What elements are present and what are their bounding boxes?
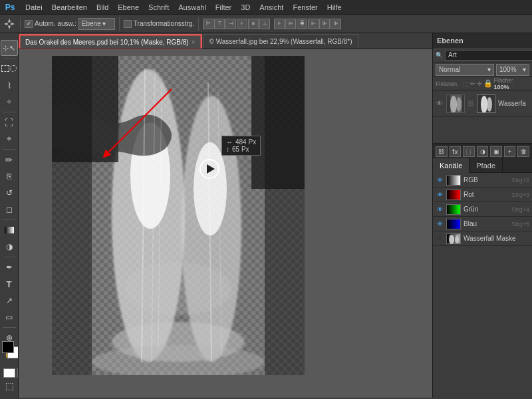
- link-layers-btn[interactable]: ⛓: [436, 146, 448, 157]
- path-select-btn[interactable]: ↗: [1, 293, 17, 309]
- fg-color-swatch[interactable]: [2, 341, 14, 353]
- new-layer-btn[interactable]: +: [504, 146, 516, 157]
- delete-layer-btn[interactable]: 🗑: [517, 146, 529, 157]
- dist-v-btn[interactable]: ⊨: [285, 19, 296, 29]
- dist-4-btn[interactable]: ⊩: [308, 19, 319, 29]
- menu-hilfe[interactable]: Hilfe: [323, 2, 346, 13]
- channel-gruen[interactable]: 👁 Grün Strg+4: [433, 202, 532, 217]
- color-swatches: [2, 341, 19, 361]
- align-center-h-btn[interactable]: ⊤: [214, 19, 225, 29]
- layer-visibility-icon[interactable]: 👁: [436, 100, 444, 107]
- svg-point-23: [456, 97, 462, 112]
- active-tab-label: Das Orakel des Meeres.psd bei 10,1% (Mas…: [25, 39, 189, 46]
- active-tab-close[interactable]: ×: [192, 39, 196, 46]
- dist-3-btn[interactable]: ≣: [297, 19, 307, 29]
- tab-inactive[interactable]: © Wasserfall.jpg bei 22,9% (Wasserfall, …: [203, 34, 358, 49]
- transform-checkbox[interactable]: [124, 20, 132, 28]
- align-top-btn[interactable]: ⊦: [237, 19, 247, 29]
- align-icons: ⊢ ⊤ ⊣ ⊦ ≡ ⊥ ⊧ ⊨ ≣ ⊩ ⊪ ⊫: [203, 19, 341, 29]
- menu-datei[interactable]: Datei: [21, 2, 47, 13]
- normal-mode-btn[interactable]: [3, 368, 15, 378]
- channel-rgb-eye[interactable]: 👁: [436, 177, 444, 184]
- align-center-v-btn[interactable]: ≡: [248, 19, 259, 29]
- eyedropper-btn[interactable]: ⌖: [1, 131, 17, 147]
- blend-mode-row: Normal ▾ 100% ▾: [433, 63, 532, 77]
- dist-6-btn[interactable]: ⊫: [331, 19, 341, 29]
- layers-bottom-bar: ⛓ fx ⬚ ◑ ▣ + 🗑: [433, 144, 532, 158]
- menu-auswahl[interactable]: Auswahl: [174, 2, 210, 13]
- dist-5-btn[interactable]: ⊪: [319, 19, 330, 29]
- svg-point-27: [481, 96, 487, 113]
- pen-btn[interactable]: ✒: [1, 259, 17, 275]
- lock-label: Fixieren:: [436, 80, 459, 87]
- stamp-btn[interactable]: ⎘: [1, 168, 17, 184]
- layers-search-input[interactable]: [445, 50, 532, 61]
- channel-rgb-shortcut: Strg+2: [511, 177, 529, 184]
- blend-mode-dropdown[interactable]: Normal ▾: [436, 64, 494, 76]
- add-mask-btn[interactable]: ⬚: [463, 146, 475, 157]
- svg-rect-17: [52, 56, 92, 375]
- layers-search-row: 🔍 ≡: [433, 48, 532, 63]
- new-group-btn[interactable]: ▣: [490, 146, 502, 157]
- channel-gruen-eye[interactable]: 👁: [436, 206, 444, 213]
- layer-item[interactable]: 👁 ⛓: [433, 90, 532, 117]
- history-btn[interactable]: ↺: [1, 185, 17, 201]
- auto-select-checkbox[interactable]: ✓: [25, 20, 33, 28]
- lock-transparent-btn[interactable]: ⬚: [463, 80, 469, 87]
- align-bottom-btn[interactable]: ⊥: [259, 19, 270, 29]
- channel-rot-thumb: [446, 190, 461, 200]
- channel-rgb[interactable]: 👁 RGB Strg+2: [433, 173, 532, 188]
- channel-mask[interactable]: 👁 Wasserfall Maske: [433, 231, 532, 246]
- menu-bearbeiten[interactable]: Bearbeiten: [48, 2, 91, 13]
- eraser-btn[interactable]: ◻: [1, 201, 17, 217]
- brush-btn[interactable]: ✏: [1, 152, 17, 168]
- channel-rot-eye[interactable]: 👁: [436, 192, 444, 198]
- menu-ebene[interactable]: Ebene: [114, 2, 143, 13]
- layers-list: 👁 ⛓: [433, 90, 532, 144]
- menu-3d[interactable]: 3D: [237, 2, 254, 13]
- menu-fenster[interactable]: Fenster: [289, 2, 321, 13]
- align-right-btn[interactable]: ⊣: [225, 19, 236, 29]
- auto-select-dropdown[interactable]: Ebene ▾: [78, 18, 115, 30]
- text-btn[interactable]: T: [1, 276, 17, 292]
- shape-btn[interactable]: ▭: [1, 309, 17, 325]
- menu-ansicht[interactable]: Ansicht: [255, 2, 287, 13]
- tab-active[interactable]: Das Orakel des Meeres.psd bei 10,1% (Mas…: [19, 34, 202, 49]
- tab-pfade[interactable]: Pfade: [469, 158, 503, 173]
- tool-sep-6: [3, 327, 16, 328]
- canvas-content[interactable]: ↔ 484 Px ↕ 65 Px: [19, 49, 432, 398]
- inactive-tab-label: © Wasserfall.jpg bei 22,9% (Wasserfall, …: [209, 38, 352, 45]
- svg-rect-18: [265, 56, 305, 375]
- move-tool-btn[interactable]: ⊹ ↖: [1, 40, 18, 56]
- adjustment-layer-btn[interactable]: ◑: [477, 146, 489, 157]
- menu-bar: Ps Datei Bearbeiten Bild Ebene Schrift A…: [0, 0, 532, 15]
- svg-marker-1: [4, 23, 15, 25]
- dodge-btn[interactable]: ◑: [1, 239, 17, 255]
- cursor-arrow: [207, 164, 215, 174]
- wand-btn[interactable]: ✧: [1, 94, 17, 110]
- crop-btn[interactable]: ⛶: [1, 114, 17, 130]
- tab-kanale[interactable]: Kanäle: [433, 158, 469, 173]
- menu-schrift[interactable]: Schrift: [144, 2, 173, 13]
- tabs-bar: Das Orakel des Meeres.psd bei 10,1% (Mas…: [19, 33, 432, 49]
- dist-h-btn[interactable]: ⊧: [274, 19, 285, 29]
- svg-point-16: [125, 262, 231, 315]
- gradient-btn[interactable]: [1, 222, 17, 238]
- opacity-control[interactable]: 100% ▾: [496, 64, 529, 76]
- options-sep-1: [20, 17, 21, 31]
- layer-mask-thumbnail: [477, 94, 495, 113]
- lasso-btn[interactable]: ⌇: [1, 77, 17, 93]
- lock-position-btn[interactable]: ✛: [477, 80, 482, 87]
- channel-rot[interactable]: 👁 Rot Strg+3: [433, 188, 532, 202]
- lock-all-btn[interactable]: 🔒: [483, 79, 493, 88]
- channel-blau-eye[interactable]: 👁: [436, 221, 444, 227]
- rect-select-btn[interactable]: [1, 61, 18, 76]
- channel-blau[interactable]: 👁 Blau Strg+5: [433, 217, 532, 231]
- screen-mode-btn[interactable]: ⬚: [5, 380, 14, 391]
- align-left-btn[interactable]: ⊢: [203, 19, 213, 29]
- tool-sep-1: [3, 58, 16, 59]
- menu-filter[interactable]: Filter: [211, 2, 235, 13]
- lock-image-btn[interactable]: ✏: [470, 80, 475, 87]
- menu-bild[interactable]: Bild: [92, 2, 112, 13]
- layer-style-btn[interactable]: fx: [450, 146, 462, 157]
